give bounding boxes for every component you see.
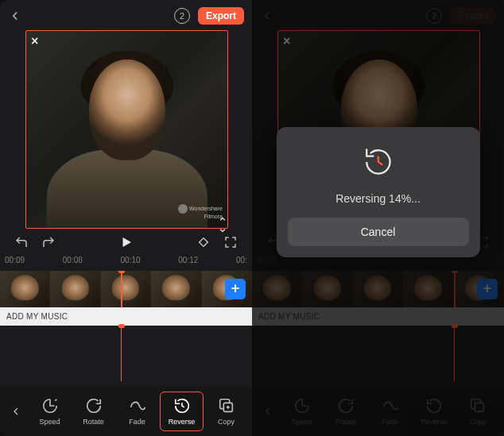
- clip-thumb[interactable]: [101, 271, 151, 307]
- timeline-gap: [0, 326, 252, 381]
- tool-label: Speed: [39, 418, 60, 426]
- reversing-dialog: Reversing 14%... Cancel: [276, 127, 479, 257]
- add-clip-button[interactable]: +: [225, 279, 246, 299]
- video-preview-area: × WondershareFilmora: [25, 30, 227, 229]
- add-music-track[interactable]: ADD MY MUSIC: [0, 307, 252, 326]
- editor-screen-reversing: 2 Export × 00:09: [252, 0, 504, 436]
- playhead-extension: [121, 326, 122, 381]
- undo-icon[interactable]: [14, 235, 29, 249]
- tool-label: Reverse: [169, 418, 196, 426]
- reversing-status: Reversing 14%...: [335, 192, 421, 205]
- watermark: WondershareFilmora: [178, 204, 223, 220]
- close-icon[interactable]: ×: [31, 34, 38, 48]
- time-mark: 00:09: [5, 256, 25, 264]
- layer-count-badge[interactable]: 2: [174, 8, 190, 24]
- reverse-progress-icon: [360, 145, 395, 179]
- tool-reverse[interactable]: Reverse: [160, 392, 204, 431]
- keyframe-icon[interactable]: [196, 235, 211, 249]
- video-preview[interactable]: × WondershareFilmora: [25, 30, 228, 229]
- top-bar: 2 Export: [0, 0, 252, 27]
- play-icon[interactable]: [119, 235, 134, 249]
- clip-thumb[interactable]: [0, 271, 50, 307]
- svg-rect-1: [200, 238, 208, 247]
- tool-label: Rotate: [83, 418, 104, 426]
- tool-fade[interactable]: Fade: [116, 392, 158, 430]
- time-ruler: 00:09 00:08 00:10 00:12 00:: [0, 253, 252, 266]
- fullscreen-icon[interactable]: [223, 235, 238, 249]
- playhead[interactable]: [121, 271, 122, 307]
- redo-icon[interactable]: [41, 235, 56, 249]
- toolbar-back-icon[interactable]: [5, 405, 27, 418]
- clip-timeline[interactable]: +: [0, 271, 252, 307]
- tool-copy[interactable]: Copy: [205, 392, 247, 430]
- tool-rotate[interactable]: Rotate: [72, 392, 114, 430]
- bottom-toolbar: Speed Rotate Fade Reverse Copy: [0, 387, 252, 436]
- back-icon[interactable]: [8, 9, 22, 23]
- tool-speed[interactable]: Speed: [29, 392, 71, 430]
- export-button[interactable]: Export: [198, 7, 244, 25]
- svg-marker-0: [122, 237, 131, 247]
- tool-label: Fade: [129, 418, 145, 426]
- time-mark: 00:12: [178, 256, 198, 264]
- cancel-button[interactable]: Cancel: [287, 218, 468, 246]
- tool-label: Copy: [218, 418, 235, 426]
- playback-controls: [0, 229, 252, 253]
- time-mark: 00:: [236, 256, 247, 264]
- clip-thumb[interactable]: [151, 271, 201, 307]
- time-mark: 00:10: [121, 256, 141, 264]
- clip-thumb[interactable]: [50, 271, 100, 307]
- time-mark: 00:08: [63, 256, 83, 264]
- editor-screen-before: 2 Export × WondershareFilmora: [0, 0, 252, 436]
- screenshot-pair: 2 Export × WondershareFilmora: [0, 0, 504, 436]
